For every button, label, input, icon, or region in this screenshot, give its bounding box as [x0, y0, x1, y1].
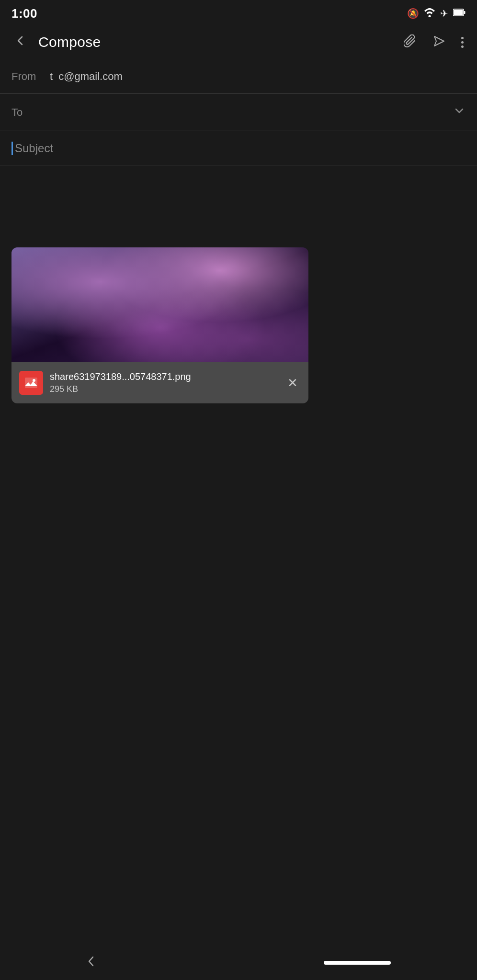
attachment-remove-button[interactable]: ✕ — [284, 373, 301, 393]
to-field[interactable]: To — [0, 94, 477, 131]
sender-initial: t — [50, 70, 53, 83]
status-time: 1:00 — [11, 6, 37, 21]
back-button[interactable] — [10, 30, 31, 55]
bottom-nav — [0, 946, 477, 980]
battery-icon — [453, 9, 466, 18]
text-cursor — [11, 142, 13, 155]
app-bar: Compose — [0, 25, 477, 59]
nav-home-indicator[interactable] — [324, 961, 391, 965]
svg-point-6 — [33, 379, 35, 382]
more-dot — [461, 41, 464, 44]
attachment-details: share631973189...05748371.png 295 KB — [50, 371, 278, 394]
attachment-container: share631973189...05748371.png 295 KB ✕ — [11, 247, 308, 403]
from-field: From t c@gmail.com — [0, 59, 477, 94]
more-dot — [461, 45, 464, 48]
sender-email: c@gmail.com — [58, 70, 123, 83]
attachment-info-bar: share631973189...05748371.png 295 KB ✕ — [11, 362, 308, 403]
subject-field[interactable]: Subject — [0, 131, 477, 166]
attachment-preview — [11, 247, 308, 362]
attachment-filename: share631973189...05748371.png — [50, 371, 278, 382]
more-dot — [461, 37, 464, 39]
to-label: To — [11, 106, 50, 119]
nav-back-button[interactable] — [86, 954, 97, 971]
notification-off-icon: 🔕 — [407, 8, 419, 19]
attach-button[interactable] — [400, 31, 421, 54]
chevron-down-icon[interactable] — [453, 104, 466, 120]
page-title: Compose — [38, 34, 392, 50]
svg-rect-5 — [25, 378, 37, 388]
attachment-thumb-icon — [19, 371, 43, 395]
status-icons: 🔕 ✈ — [407, 8, 466, 19]
svg-point-0 — [429, 15, 431, 17]
wifi-icon — [424, 8, 435, 19]
attachment-filesize: 295 KB — [50, 384, 278, 394]
more-button[interactable] — [457, 33, 467, 52]
send-button[interactable] — [429, 31, 450, 54]
status-bar: 1:00 🔕 ✈ — [0, 0, 477, 25]
svg-marker-4 — [434, 36, 444, 46]
attachment-preview-image — [11, 247, 308, 362]
from-label: From — [11, 70, 50, 83]
app-bar-actions — [400, 31, 467, 54]
svg-rect-3 — [454, 10, 463, 15]
svg-rect-2 — [464, 11, 466, 14]
body-area[interactable] — [0, 166, 477, 243]
airplane-icon: ✈ — [440, 8, 448, 19]
subject-placeholder[interactable]: Subject — [15, 142, 53, 155]
